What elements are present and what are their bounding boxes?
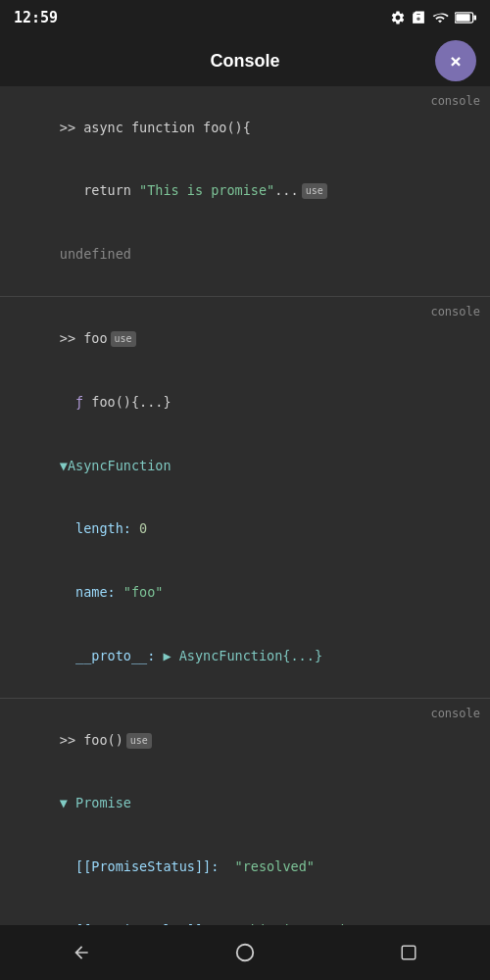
console-label-3: console [430, 707, 480, 720]
status-time: 12:59 [14, 9, 58, 26]
settings-icon [390, 10, 406, 25]
code-line: ▼AsyncFunction [12, 434, 478, 498]
prompt: >> [60, 120, 83, 135]
console-block-1: console >> async function foo(){ return … [0, 86, 490, 297]
close-button[interactable]: × [435, 40, 476, 81]
wifi-icon [431, 10, 449, 25]
back-icon [72, 943, 91, 962]
home-icon [234, 942, 256, 963]
recent-button[interactable] [389, 933, 428, 972]
code-line: name: "foo" [12, 561, 478, 624]
use-badge: use [302, 183, 327, 199]
status-bar: 12:59 [0, 0, 490, 35]
code-line: >> foouse [12, 307, 478, 370]
code-line: >> foo()use [12, 709, 478, 772]
battery-icon [455, 11, 476, 24]
home-button[interactable] [225, 933, 265, 972]
code-line: undefined [12, 223, 478, 287]
code-line: [[PromiseValue]]: "This is promise" [12, 899, 478, 925]
svg-point-3 [237, 945, 254, 961]
code-line: ▼ Promise [12, 772, 478, 836]
use-badge: use [111, 331, 136, 347]
svg-rect-2 [473, 15, 476, 20]
page-title: Console [210, 51, 279, 72]
back-button[interactable] [62, 933, 101, 972]
sim-icon [412, 10, 425, 25]
use-badge: use [126, 733, 152, 749]
svg-rect-1 [456, 14, 469, 22]
console-label-2: console [430, 305, 480, 318]
code-line: [[PromiseStatus]]: "resolved" [12, 836, 478, 900]
bottom-nav [0, 925, 490, 980]
code-line: ƒ foo(){...} [12, 370, 478, 434]
console-area: console >> async function foo(){ return … [0, 86, 490, 925]
code-line: length: 0 [12, 498, 478, 562]
title-bar: Console × [0, 35, 490, 86]
console-block-3: console >> foo()use ▼ Promise [[PromiseS… [0, 699, 490, 925]
status-icons [390, 10, 476, 25]
console-label-1: console [430, 94, 480, 108]
svg-rect-4 [402, 946, 416, 959]
console-block-2: console >> foouse ƒ foo(){...} ▼AsyncFun… [0, 297, 490, 699]
code-line: >> async function foo(){ [12, 96, 478, 160]
recent-icon [400, 944, 417, 961]
code-line: __proto__: ▶ AsyncFunction{...} [12, 624, 478, 688]
code-line: return "This is promise"...use [12, 160, 478, 223]
